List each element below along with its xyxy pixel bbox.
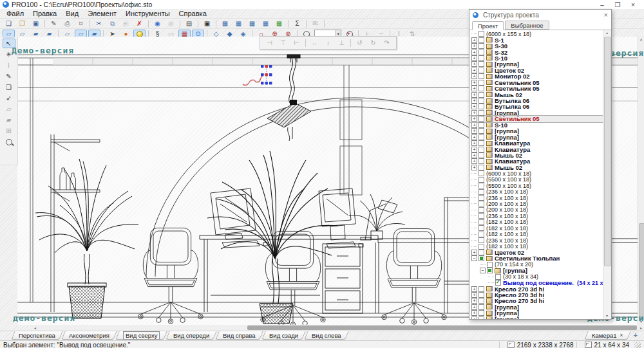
report-list-icon[interactable]: ▦ xyxy=(219,19,231,28)
tree-checkbox[interactable] xyxy=(478,225,484,231)
tree-item[interactable]: (6000 x 155 x 18) xyxy=(469,31,603,37)
tree-item[interactable]: +S-32 xyxy=(469,49,603,55)
tree-item[interactable]: +[группа] xyxy=(469,304,603,310)
expand-toggle-icon[interactable]: + xyxy=(471,110,477,116)
expand-toggle-icon[interactable]: − xyxy=(471,255,477,261)
tree-checkbox[interactable] xyxy=(478,37,484,43)
tree-item[interactable]: (182 x 100 x 18) xyxy=(469,225,603,231)
tree-checkbox[interactable] xyxy=(478,73,484,79)
tree-checkbox[interactable] xyxy=(487,262,493,268)
tree-checkbox[interactable] xyxy=(478,68,484,73)
cut-icon[interactable]: ✂ xyxy=(93,19,105,28)
expand-toggle-icon[interactable]: + xyxy=(471,92,477,98)
tree-checkbox[interactable] xyxy=(478,232,484,237)
horizontal-scroll-thumb[interactable] xyxy=(247,325,637,330)
canvas-horizontal-scrollbar[interactable]: ◂ ▸ xyxy=(32,325,644,331)
tree-item[interactable]: +Мышь 02 xyxy=(469,91,603,97)
add-camera-button[interactable]: + xyxy=(631,331,640,340)
scroll-down-icon[interactable]: ▾ xyxy=(603,313,611,319)
tree-item[interactable]: (236 x 100 x 18) xyxy=(469,213,603,219)
view-tab[interactable]: Аксонометрия xyxy=(61,331,117,340)
expand-toggle-icon[interactable]: + xyxy=(471,50,477,55)
expand-toggle-icon[interactable]: + xyxy=(471,140,477,146)
render-icon[interactable]: ◉ xyxy=(151,19,164,28)
panel-scrollbar[interactable]: ▴ ▾ xyxy=(603,30,611,319)
expand-toggle-icon[interactable]: + xyxy=(471,104,477,109)
expand-toggle-icon[interactable]: + xyxy=(471,152,477,158)
tree-checkbox[interactable] xyxy=(478,92,484,98)
scroll-up-icon[interactable]: ▴ xyxy=(638,37,644,42)
camera-tab[interactable]: Камера1 × xyxy=(584,331,630,340)
tree-item[interactable]: +S-1 xyxy=(469,37,603,42)
tree-item[interactable]: +Мышь 02 xyxy=(469,165,603,170)
expand-toggle-icon[interactable]: + xyxy=(471,292,477,298)
tree-checkbox[interactable] xyxy=(478,195,484,201)
tree-checkbox[interactable] xyxy=(478,237,484,243)
tree-item[interactable]: (5500 x 100 x 18) xyxy=(469,177,603,183)
expand-toggle-icon[interactable]: + xyxy=(471,304,477,310)
tree-item[interactable]: +Кресло 270 3d hi xyxy=(469,298,603,304)
tree-item[interactable]: +Бутылка 06 xyxy=(469,104,603,109)
expand-toggle-icon[interactable]: + xyxy=(471,134,477,140)
expand-toggle-icon[interactable]: + xyxy=(471,286,477,292)
tree-item[interactable]: +S-10 xyxy=(469,55,603,61)
tree-checkbox[interactable] xyxy=(478,304,484,310)
tree-checkbox[interactable] xyxy=(478,310,484,316)
expand-toggle-icon[interactable]: + xyxy=(471,250,477,255)
tree-checkbox[interactable] xyxy=(478,31,484,37)
tree-checkbox[interactable] xyxy=(478,134,484,140)
report-price-icon[interactable]: ▦ xyxy=(260,19,272,28)
maximize-button[interactable]: ❐ xyxy=(613,1,622,8)
tool-new-element-icon[interactable]: ❏ xyxy=(3,82,15,92)
copy-icon[interactable]: ⧉ xyxy=(106,19,118,28)
expand-toggle-icon[interactable]: + xyxy=(471,55,477,61)
print-icon[interactable]: ⎙ xyxy=(61,19,73,28)
tree-checkbox[interactable] xyxy=(487,268,493,273)
tree-item[interactable]: (182 x 100 x 18) xyxy=(469,219,603,225)
tree-checkbox[interactable] xyxy=(478,98,484,104)
view-tab[interactable]: Вид слева xyxy=(304,331,348,340)
expand-toggle-icon[interactable]: + xyxy=(471,98,477,104)
tree-item[interactable]: +Цветок 02 xyxy=(469,68,603,73)
view-tab[interactable]: Перспектива xyxy=(11,331,62,340)
tree-item[interactable]: −Светильник Тюльпан xyxy=(469,255,603,261)
tree-item[interactable]: +S-10 xyxy=(469,122,603,128)
tree-item[interactable]: +Светильник 05 xyxy=(469,86,603,91)
tree-checkbox[interactable] xyxy=(478,43,484,49)
tree-item[interactable]: (182 x 100 x 18) xyxy=(469,243,603,249)
expand-toggle-icon[interactable]: + xyxy=(471,310,477,316)
tree-checkbox[interactable] xyxy=(478,292,484,298)
tree-item[interactable]: +[группа] xyxy=(469,134,603,140)
tree-item[interactable]: (182 x 100 x 18) xyxy=(469,231,603,237)
expand-toggle-icon[interactable]: + xyxy=(471,73,477,79)
save-icon[interactable]: ▣ xyxy=(30,19,42,28)
tree-checkbox[interactable] xyxy=(495,280,501,286)
screen-icon[interactable]: ▣ xyxy=(201,19,213,28)
tree-checkbox[interactable] xyxy=(478,55,484,61)
tree-checkbox[interactable] xyxy=(478,110,484,116)
tree-item[interactable]: +Клавиатура xyxy=(469,158,603,164)
tree-item[interactable]: (200 x 100 x 18) xyxy=(469,207,603,213)
tree-checkbox[interactable] xyxy=(478,147,484,152)
panel-tab-active[interactable]: Проект xyxy=(472,21,504,30)
tree-item[interactable]: (6000 x 100 x 18) xyxy=(469,170,603,176)
expand-toggle-icon[interactable]: + xyxy=(471,116,477,122)
expand-toggle-icon[interactable]: + xyxy=(471,86,477,91)
menu-item[interactable]: Правка xyxy=(28,10,61,17)
tree-item[interactable]: (5500 x 100 x 18) xyxy=(469,183,603,188)
tree-checkbox[interactable] xyxy=(478,80,484,86)
panel-close-icon[interactable]: × xyxy=(604,12,608,19)
report-table-icon[interactable]: ▦ xyxy=(232,19,245,28)
tree-item[interactable]: −[группа] xyxy=(469,268,603,273)
panel-scroll-thumb[interactable] xyxy=(604,37,611,266)
scroll-up-icon[interactable]: ▴ xyxy=(603,30,611,36)
tree-checkbox[interactable] xyxy=(478,201,484,206)
print-preview-icon[interactable]: ⌑ xyxy=(75,19,87,28)
open-folder-icon[interactable]: ❒ xyxy=(16,19,28,28)
tree-item[interactable]: (236 x 100 x 18) xyxy=(469,237,603,243)
report-cut-icon[interactable]: ▦ xyxy=(246,19,258,28)
expand-toggle-icon[interactable]: − xyxy=(480,268,486,273)
expand-toggle-icon[interactable]: + xyxy=(471,61,477,67)
report-ok-icon[interactable]: ▦ xyxy=(273,19,285,28)
tree-item[interactable]: (70 x 154 x 20) xyxy=(469,262,603,268)
